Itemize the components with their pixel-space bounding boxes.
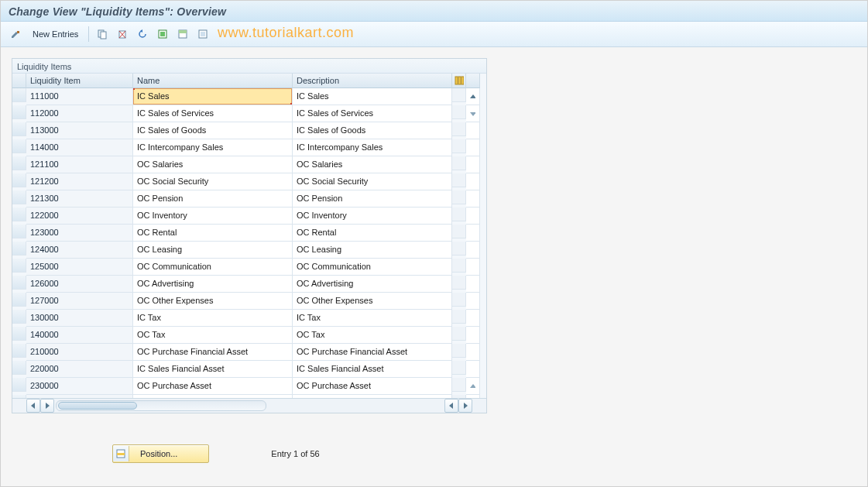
position-button[interactable]: Position... (112, 444, 209, 463)
cell-name[interactable]: IC Sales of Services (133, 105, 293, 122)
row-selector[interactable] (12, 122, 26, 136)
col-header-liquidity-item[interactable]: Liquidity Item (26, 74, 133, 88)
table-row[interactable]: 114000IC Intercompany SalesIC Intercompa… (12, 139, 486, 156)
cell-liquidity-item[interactable]: 121200 (26, 173, 133, 190)
cell-name[interactable]: IC Sales Fiancial Asset (133, 361, 293, 378)
toggle-display-change-icon[interactable] (7, 26, 24, 43)
hscroll-thumb[interactable] (58, 402, 137, 410)
cell-name[interactable]: OC Purchase Financial Asset (133, 344, 293, 361)
table-row[interactable]: 122000OC InventoryOC Inventory (12, 207, 486, 225)
delete-icon[interactable] (114, 26, 131, 43)
cell-liquidity-item[interactable]: 124000 (26, 242, 133, 259)
row-selector[interactable] (12, 173, 26, 187)
cell-description[interactable]: IC Sales (293, 88, 452, 105)
table-row[interactable]: 111000IC SalesIC Sales (12, 88, 486, 105)
undo-change-icon[interactable] (134, 26, 151, 43)
row-selector[interactable] (12, 105, 26, 119)
vscroll-cell[interactable] (466, 105, 480, 122)
cell-description[interactable]: OC Leasing (293, 242, 452, 259)
select-block-icon[interactable] (174, 26, 191, 43)
table-row[interactable]: 121100OC SalariesOC Salaries (12, 156, 486, 173)
row-selector[interactable] (12, 242, 26, 256)
horizontal-scrollbar[interactable] (12, 398, 486, 413)
cell-liquidity-item[interactable]: 112000 (26, 105, 133, 122)
col-header-description[interactable]: Description (293, 74, 452, 88)
row-selector[interactable] (12, 276, 26, 290)
cell-liquidity-item[interactable]: 130000 (26, 310, 133, 327)
cell-description[interactable]: IC Sales of Services (293, 105, 452, 122)
cell-liquidity-item[interactable]: 121100 (26, 156, 133, 173)
cell-liquidity-item[interactable]: 127000 (26, 293, 133, 310)
cell-description[interactable]: OC Purchase Financial Asset (293, 344, 452, 361)
row-selector[interactable] (12, 378, 26, 392)
table-row[interactable]: 126000OC AdvertisingOC Advertising (12, 276, 486, 293)
cell-description[interactable]: OC Other Expenses (293, 293, 452, 310)
table-row[interactable]: 121300OC PensionOC Pension (12, 190, 486, 207)
cell-description[interactable]: OC Inventory (293, 207, 452, 225)
row-selector[interactable] (12, 88, 26, 102)
cell-liquidity-item[interactable]: 122000 (26, 207, 133, 225)
cell-description[interactable]: OC Advertising (293, 276, 452, 293)
vscroll-cell[interactable] (466, 378, 480, 395)
table-row[interactable]: 230000OC Purchase AssetOC Purchase Asset (12, 378, 486, 395)
col-header-name[interactable]: Name (133, 74, 293, 88)
select-all-icon[interactable] (154, 26, 171, 43)
row-selector[interactable] (12, 156, 26, 170)
cell-name[interactable]: OC Leasing (133, 242, 293, 259)
vscroll-cell[interactable] (466, 88, 480, 105)
cell-name[interactable]: OC Rental (133, 225, 293, 242)
cell-description[interactable]: OC Tax (293, 327, 452, 344)
row-selector[interactable] (12, 327, 26, 341)
configure-columns-icon[interactable] (452, 74, 466, 88)
cell-name[interactable]: OC Salaries (133, 156, 293, 173)
deselect-all-icon[interactable] (194, 26, 211, 43)
cell-description[interactable]: IC Tax (293, 310, 452, 327)
row-selector[interactable] (12, 259, 26, 273)
table-row[interactable]: 220000IC Sales Fiancial AssetIC Sales Fi… (12, 361, 486, 378)
table-row[interactable]: 210000OC Purchase Financial AssetOC Purc… (12, 344, 486, 361)
cell-liquidity-item[interactable]: 230000 (26, 378, 133, 395)
new-entries-button[interactable]: New Entries (27, 26, 84, 43)
cell-liquidity-item[interactable]: 220000 (26, 361, 133, 378)
cell-name[interactable]: OC Communication (133, 259, 293, 276)
cell-name[interactable]: IC Sales (133, 88, 293, 105)
cell-name[interactable]: OC Advertising (133, 276, 293, 293)
cell-description[interactable]: OC Salaries (293, 156, 452, 173)
cell-description[interactable]: OC Communication (293, 259, 452, 276)
table-row[interactable]: 123000OC RentalOC Rental (12, 225, 486, 242)
table-row[interactable]: 127000OC Other ExpensesOC Other Expenses (12, 293, 486, 310)
row-selector[interactable] (12, 139, 26, 153)
scroll-right-icon[interactable] (458, 399, 472, 413)
cell-description[interactable]: OC Social Security (293, 173, 452, 190)
row-selector[interactable] (12, 207, 26, 221)
cell-name[interactable]: OC Other Expenses (133, 293, 293, 310)
cell-name[interactable]: OC Purchase Asset (133, 378, 293, 395)
row-selector[interactable] (12, 344, 26, 358)
grid-corner[interactable] (12, 74, 26, 88)
cell-liquidity-item[interactable]: 113000 (26, 122, 133, 139)
scroll-left-icon[interactable] (26, 399, 40, 413)
cell-name[interactable]: IC Tax (133, 310, 293, 327)
table-row[interactable]: 125000OC CommunicationOC Communication (12, 259, 486, 276)
table-row[interactable]: 112000IC Sales of ServicesIC Sales of Se… (12, 105, 486, 122)
cell-name[interactable]: OC Inventory (133, 207, 293, 225)
cell-name[interactable]: IC Sales of Goods (133, 122, 293, 139)
cell-description[interactable]: IC Intercompany Sales (293, 139, 452, 156)
scroll-right-step-icon[interactable] (40, 399, 54, 413)
table-row[interactable]: 140000OC TaxOC Tax (12, 327, 486, 344)
row-selector[interactable] (12, 361, 26, 375)
cell-name[interactable]: OC Pension (133, 190, 293, 207)
cell-liquidity-item[interactable]: 121300 (26, 190, 133, 207)
row-selector[interactable] (12, 190, 26, 204)
cell-liquidity-item[interactable]: 210000 (26, 344, 133, 361)
cell-description[interactable]: OC Purchase Asset (293, 378, 452, 395)
row-selector[interactable] (12, 225, 26, 238)
cell-name[interactable]: IC Intercompany Sales (133, 139, 293, 156)
cell-description[interactable]: IC Sales of Goods (293, 122, 452, 139)
cell-liquidity-item[interactable]: 114000 (26, 139, 133, 156)
cell-description[interactable]: IC Sales Fiancial Asset (293, 361, 452, 378)
copy-as-icon[interactable] (94, 26, 111, 43)
table-row[interactable]: 121200OC Social SecurityOC Social Securi… (12, 173, 486, 190)
table-row[interactable]: 130000IC TaxIC Tax (12, 310, 486, 327)
table-row[interactable]: 113000IC Sales of GoodsIC Sales of Goods (12, 122, 486, 139)
